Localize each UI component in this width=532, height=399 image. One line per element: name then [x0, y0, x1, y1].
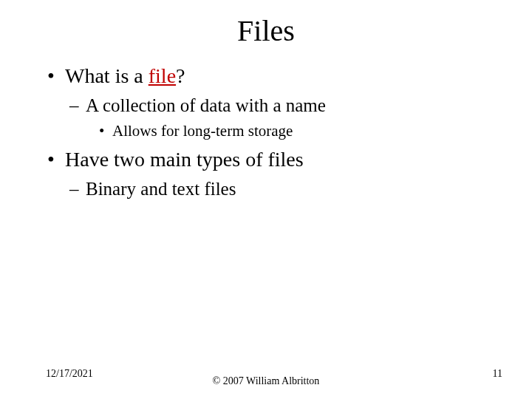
bullet-text-prefix: What is a [65, 64, 149, 87]
bullet-text-highlight: file [149, 64, 176, 87]
subsubbullet-storage: Allows for long-term storage [44, 122, 488, 140]
subbullet-binary-text: Binary and text files [44, 179, 488, 200]
slide: Files What is a file? A collection of da… [0, 0, 532, 399]
footer-copyright: © 2007 William Albritton [0, 375, 532, 387]
footer-page-number: 11 [493, 368, 502, 380]
subbullet-collection: A collection of data with a name [44, 95, 488, 116]
bullet-what-is-file: What is a file? [44, 64, 488, 88]
slide-title: Files [0, 13, 532, 48]
slide-content: What is a file? A collection of data wit… [0, 64, 532, 200]
bullet-two-types: Have two main types of files [44, 148, 488, 171]
bullet-text-suffix: ? [176, 64, 185, 87]
